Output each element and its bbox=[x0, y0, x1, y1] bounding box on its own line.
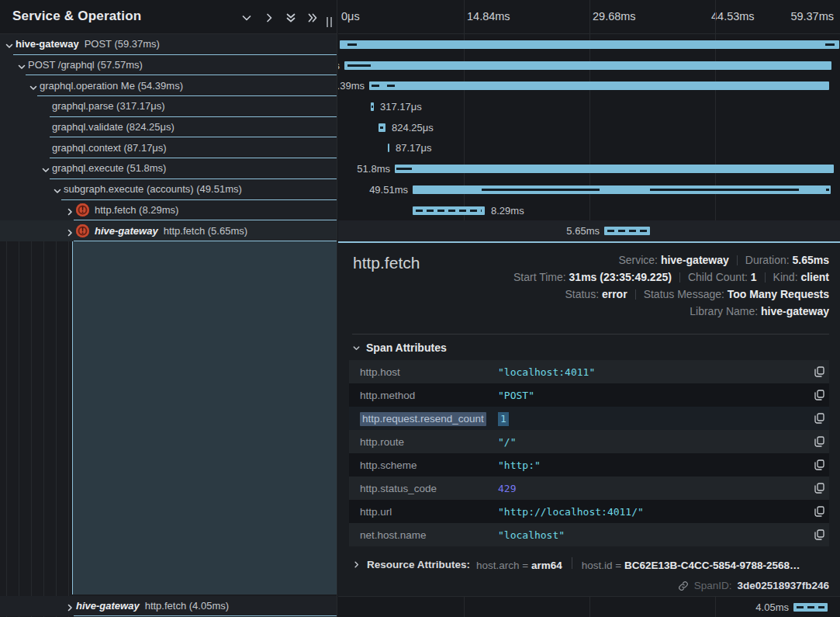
attribute-row[interactable]: http.scheme"http:" bbox=[349, 453, 829, 477]
span-id-label: SpanID: bbox=[694, 580, 732, 591]
copy-icon[interactable] bbox=[809, 506, 829, 517]
chevron-down-icon[interactable] bbox=[5, 40, 14, 49]
chevron-right-icon[interactable] bbox=[65, 206, 74, 215]
chevron-right-icon[interactable] bbox=[262, 11, 276, 25]
span-title: http.fetch bbox=[353, 254, 420, 272]
span-attributes-title: Span Attributes bbox=[366, 341, 447, 354]
span-tree-row[interactable]: !hive-gatewayhttp.fetch (5.65ms) bbox=[0, 220, 337, 241]
span-bar[interactable] bbox=[371, 102, 374, 111]
timeline-row[interactable]: 4.05ms bbox=[338, 597, 840, 617]
span-bar[interactable] bbox=[413, 185, 831, 194]
timeline-row[interactable] bbox=[338, 34, 840, 55]
tick-label: 44.53ms bbox=[711, 10, 755, 23]
span-tree-panel: Service & Operation hive-gatewayPOST (59… bbox=[0, 0, 337, 617]
copy-icon[interactable] bbox=[809, 366, 829, 377]
span-bar[interactable] bbox=[604, 227, 650, 235]
attribute-row[interactable]: http.host"localhost:4011" bbox=[349, 360, 829, 383]
copy-icon[interactable] bbox=[809, 459, 829, 470]
resource-attributes-row[interactable]: Resource Attributes: host.arch = arm64ho… bbox=[352, 555, 800, 574]
copy-icon[interactable] bbox=[809, 483, 829, 494]
span-tree-row[interactable]: !http.fetch (8.29ms) bbox=[0, 200, 337, 221]
timeline-ruler: 0μs14.84ms29.68ms44.53ms59.37ms bbox=[338, 0, 840, 34]
attribute-row[interactable]: http.route"/" bbox=[349, 430, 829, 453]
span-bar[interactable] bbox=[388, 144, 389, 152]
span-tree-row[interactable]: POST /graphql (57.57ms) bbox=[0, 55, 337, 76]
attribute-row[interactable]: http.url"http://localhost:4011/" bbox=[349, 500, 829, 523]
timeline-row[interactable]: 54.39ms bbox=[338, 75, 840, 96]
operation-name: graphql.context (87.17μs) bbox=[52, 142, 167, 154]
span-bar[interactable] bbox=[344, 61, 831, 70]
operation-name: graphql.execute (51.8ms) bbox=[52, 162, 166, 174]
attribute-value: "http:" bbox=[498, 459, 809, 471]
attribute-row[interactable]: net.host.name"localhost" bbox=[349, 523, 829, 546]
attribute-row[interactable]: http.method"POST" bbox=[349, 383, 829, 407]
timeline-row[interactable]: 57.57ms bbox=[338, 55, 840, 76]
duration-label: 57.57ms bbox=[338, 60, 340, 71]
span-tree-row[interactable]: hive-gatewayhttp.fetch (4.05ms) bbox=[0, 596, 337, 616]
attribute-row[interactable]: http.status_code429 bbox=[349, 477, 829, 500]
span-tree-row[interactable]: hive-gatewayPOST (59.37ms) bbox=[0, 34, 337, 55]
selected-subtree-region[interactable] bbox=[72, 241, 337, 594]
chevron-down-icon[interactable] bbox=[53, 185, 62, 194]
attribute-row[interactable]: http.request.resend_count1 bbox=[349, 407, 829, 430]
timeline-row[interactable]: 87.17μs bbox=[338, 137, 840, 158]
span-bar[interactable] bbox=[369, 81, 829, 90]
span-attributes-header[interactable]: Span Attributes bbox=[352, 341, 447, 354]
span-row-label: subgraph.execute (accounts) (49.51ms) bbox=[64, 179, 242, 199]
span-row-label: POST /graphql (57.57ms) bbox=[28, 55, 143, 75]
panel-resize-handle[interactable] bbox=[326, 17, 334, 27]
chevrons-down-icon[interactable] bbox=[284, 11, 298, 25]
span-bar[interactable] bbox=[340, 40, 839, 49]
span-tree-row[interactable]: subgraph.execute (accounts) (49.51ms) bbox=[0, 179, 337, 200]
span-tree-row[interactable]: graphql.execute (51.8ms) bbox=[0, 158, 337, 179]
chevron-right-icon[interactable] bbox=[65, 227, 74, 236]
tree-panel-header: Service & Operation bbox=[0, 0, 337, 34]
timeline-row[interactable]: 824.25μs bbox=[338, 117, 840, 138]
span-bar[interactable] bbox=[395, 165, 834, 173]
copy-icon[interactable] bbox=[809, 436, 829, 447]
timeline-row[interactable]: 51.8ms bbox=[338, 158, 840, 179]
span-tree-row[interactable]: graphql.operation Me (54.39ms) bbox=[0, 75, 337, 96]
chevron-down-icon[interactable] bbox=[17, 61, 26, 70]
span-bar[interactable] bbox=[379, 123, 385, 132]
span-row-label: graphql.operation Me (54.39ms) bbox=[40, 75, 183, 95]
divider bbox=[352, 334, 829, 334]
span-row-label: graphql.validate (824.25μs) bbox=[52, 117, 175, 137]
copy-icon[interactable] bbox=[809, 390, 829, 400]
row-border bbox=[74, 615, 337, 616]
attribute-key: http.url bbox=[349, 506, 498, 518]
chevron-down-icon[interactable] bbox=[41, 164, 50, 173]
operation-name: http.fetch (8.29ms) bbox=[95, 204, 178, 216]
span-tree-row[interactable]: graphql.parse (317.17μs) bbox=[0, 96, 337, 117]
duration-label: 87.17μs bbox=[396, 142, 432, 154]
attribute-value: "localhost:4011" bbox=[498, 366, 809, 378]
chevrons-right-icon[interactable] bbox=[306, 11, 320, 25]
link-icon[interactable] bbox=[678, 581, 689, 591]
duration-label: 317.17μs bbox=[380, 101, 422, 113]
timeline-row[interactable]: 5.65ms bbox=[338, 220, 840, 241]
duration-label: 5.65ms bbox=[566, 225, 600, 237]
span-tree-row[interactable]: graphql.validate (824.25μs) bbox=[0, 117, 337, 138]
service-name: hive-gateway bbox=[95, 225, 158, 237]
timeline-row[interactable]: 8.29ms bbox=[338, 200, 840, 221]
span-id-value: 3de02518937fb246 bbox=[737, 580, 829, 591]
chevron-right-icon[interactable] bbox=[65, 601, 74, 611]
span-row-label: hive-gatewayhttp.fetch (4.05ms) bbox=[76, 596, 229, 615]
timeline-row[interactable]: 317.17μs bbox=[338, 96, 840, 117]
attribute-value: "POST" bbox=[498, 390, 809, 401]
attribute-value: 429 bbox=[498, 483, 809, 494]
copy-icon[interactable] bbox=[809, 529, 829, 540]
chevron-down-icon[interactable] bbox=[240, 11, 254, 25]
span-tree-row[interactable]: graphql.context (87.17μs) bbox=[0, 137, 337, 158]
attribute-key: net.host.name bbox=[349, 529, 498, 541]
duration-label: 4.05ms bbox=[755, 601, 789, 613]
span-bar[interactable] bbox=[413, 206, 485, 215]
copy-icon[interactable] bbox=[809, 413, 829, 424]
timeline-row[interactable]: 49.51ms bbox=[338, 179, 840, 200]
trace-viewer: Service & Operation hive-gatewayPOST (59… bbox=[0, 0, 840, 617]
span-meta-line: Library Name: hive-gateway bbox=[513, 303, 829, 320]
operation-name: graphql.parse (317.17μs) bbox=[52, 100, 165, 112]
span-bar[interactable] bbox=[793, 603, 828, 612]
chevron-down-icon[interactable] bbox=[29, 81, 38, 91]
span-row-label: !hive-gatewayhttp.fetch (5.65ms) bbox=[76, 220, 247, 241]
